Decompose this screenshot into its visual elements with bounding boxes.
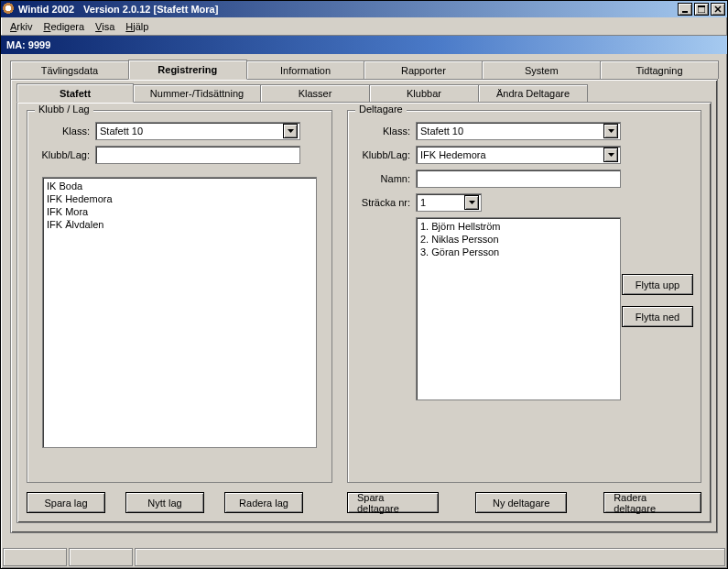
subtab-stafett[interactable]: Stafett bbox=[16, 83, 134, 103]
tab-tavlingsdata[interactable]: Tävlingsdata bbox=[10, 60, 129, 79]
stracka-value: 1 bbox=[420, 197, 426, 208]
klubblag-label-left: Klubb/Lag: bbox=[35, 149, 95, 160]
app-window: Wintid 2002 Version 2.0.12 [Stafett Mora… bbox=[0, 0, 728, 569]
svg-marker-6 bbox=[608, 129, 614, 133]
maximize-button[interactable] bbox=[694, 3, 709, 16]
klass-value-left: Stafett 10 bbox=[100, 126, 143, 137]
list-item[interactable]: 3. Göran Persson bbox=[420, 246, 616, 258]
stracka-combo[interactable]: 1 bbox=[416, 193, 482, 212]
tab-tidtagning[interactable]: Tidtagning bbox=[600, 60, 719, 79]
title-version: Version 2.0.12 [Stafett Mora] bbox=[83, 4, 218, 15]
close-button[interactable] bbox=[711, 3, 725, 16]
status-cell-3 bbox=[135, 548, 725, 566]
flytta-ned-button[interactable]: Flytta ned bbox=[622, 306, 693, 327]
svg-rect-2 bbox=[698, 5, 705, 7]
subtab-andra[interactable]: Ändra Deltagare bbox=[478, 84, 588, 102]
chevron-down-icon[interactable] bbox=[283, 124, 298, 138]
status-cell-2 bbox=[69, 548, 133, 566]
svg-marker-8 bbox=[469, 201, 475, 204]
chevron-down-icon[interactable] bbox=[464, 195, 479, 210]
minimize-button[interactable] bbox=[678, 3, 692, 16]
klubb-button-row: Spara lag Nytt lag Radera lag bbox=[27, 492, 332, 513]
move-buttons: Flytta upp Flytta ned bbox=[622, 274, 693, 327]
status-bar bbox=[3, 548, 725, 566]
chevron-down-icon[interactable] bbox=[603, 148, 618, 162]
svg-rect-0 bbox=[682, 11, 688, 13]
title-app: Wintid 2002 bbox=[18, 4, 74, 15]
menu-visa[interactable]: Visa bbox=[90, 19, 120, 34]
klubblag-label-right: Klubb/Lag: bbox=[355, 149, 416, 160]
deltagare-list[interactable]: 1. Björn Hellström 2. Niklas Persson 3. … bbox=[416, 217, 621, 400]
klubb-lag-legend: Klubb / Lag bbox=[35, 104, 93, 115]
spara-lag-button[interactable]: Spara lag bbox=[27, 492, 105, 513]
svg-marker-5 bbox=[288, 129, 294, 133]
stracka-label: Sträcka nr: bbox=[355, 197, 416, 208]
inner-frame: Klubb / Lag Klass: Stafett 10 Kl bbox=[16, 102, 712, 523]
list-item[interactable]: IFK Hedemora bbox=[47, 192, 312, 205]
radera-lag-button[interactable]: Radera lag bbox=[224, 492, 303, 513]
klubb-list[interactable]: IK Boda IFK Hedemora IFK Mora IFK Älvdal… bbox=[42, 177, 317, 448]
tab-information[interactable]: Information bbox=[246, 60, 365, 79]
main-tabs: Tävlingsdata Registrering Information Ra… bbox=[10, 60, 718, 79]
spara-deltagare-button[interactable]: Spara deltagare bbox=[347, 492, 439, 513]
klass-label-right: Klass: bbox=[355, 126, 416, 137]
tab-registrering[interactable]: Registrering bbox=[128, 60, 247, 80]
klass-value-right: Stafett 10 bbox=[420, 126, 463, 137]
svg-marker-7 bbox=[608, 153, 614, 157]
groupbox-klubb-lag: Klubb / Lag Klass: Stafett 10 Kl bbox=[27, 110, 332, 483]
klubblag-value-right: IFK Hedemora bbox=[420, 149, 486, 160]
list-item[interactable]: 2. Niklas Persson bbox=[420, 233, 616, 246]
menu-arkiv[interactable]: Arkiv bbox=[5, 19, 38, 34]
tab-system[interactable]: System bbox=[482, 60, 601, 79]
namn-field[interactable] bbox=[416, 170, 621, 188]
content-area: Tävlingsdata Registrering Information Ra… bbox=[1, 54, 727, 541]
sub-tabs: Stafett Nummer-/Tidsättning Klasser Klub… bbox=[16, 83, 603, 102]
chevron-down-icon[interactable] bbox=[603, 124, 618, 138]
nytt-lag-button[interactable]: Nytt lag bbox=[125, 492, 204, 513]
title-bar: Wintid 2002 Version 2.0.12 [Stafett Mora… bbox=[1, 1, 727, 17]
tab-rapporter[interactable]: Rapporter bbox=[364, 60, 483, 79]
klubblag-input-left[interactable] bbox=[100, 148, 298, 161]
main-page-frame: Stafett Nummer-/Tidsättning Klasser Klub… bbox=[10, 79, 718, 533]
list-item[interactable]: IFK Älvdalen bbox=[47, 218, 312, 231]
info-bar: MA: 9999 bbox=[1, 36, 727, 54]
klubblag-select-right[interactable]: IFK Hedemora bbox=[416, 146, 621, 164]
flytta-upp-button[interactable]: Flytta upp bbox=[622, 274, 693, 295]
deltagare-legend: Deltagare bbox=[355, 104, 407, 115]
radera-deltagare-button[interactable]: Radera deltagare bbox=[603, 492, 701, 513]
info-text: MA: 9999 bbox=[6, 39, 50, 50]
list-item[interactable]: IFK Mora bbox=[47, 205, 312, 218]
list-item[interactable]: 1. Björn Hellström bbox=[420, 220, 616, 233]
deltagare-button-row: Spara deltagare Ny deltagare Radera delt… bbox=[347, 492, 701, 513]
klass-label-left: Klass: bbox=[35, 126, 95, 137]
subtab-klasser[interactable]: Klasser bbox=[260, 84, 370, 102]
status-cell-1 bbox=[3, 548, 67, 566]
subtab-nummer[interactable]: Nummer-/Tidsättning bbox=[133, 84, 261, 102]
menu-help[interactable]: Hjälp bbox=[120, 19, 154, 34]
namn-label: Namn: bbox=[355, 173, 416, 184]
groupbox-deltagare: Deltagare Klass: Stafett 10 Klub bbox=[347, 110, 701, 483]
list-item[interactable]: IK Boda bbox=[47, 180, 312, 192]
menu-bar: Arkiv Redigera Visa Hjälp bbox=[1, 17, 727, 36]
app-icon bbox=[3, 3, 16, 16]
menu-redigera[interactable]: Redigera bbox=[38, 19, 90, 34]
ny-deltagare-button[interactable]: Ny deltagare bbox=[475, 492, 567, 513]
namn-input[interactable] bbox=[420, 172, 618, 185]
klass-select-right[interactable]: Stafett 10 bbox=[416, 122, 621, 140]
klass-select-left[interactable]: Stafett 10 bbox=[95, 122, 300, 140]
klubblag-field-left[interactable] bbox=[95, 146, 300, 164]
menu-arkiv-rest: rkiv bbox=[16, 21, 32, 32]
subtab-klubbar[interactable]: Klubbar bbox=[369, 84, 479, 102]
